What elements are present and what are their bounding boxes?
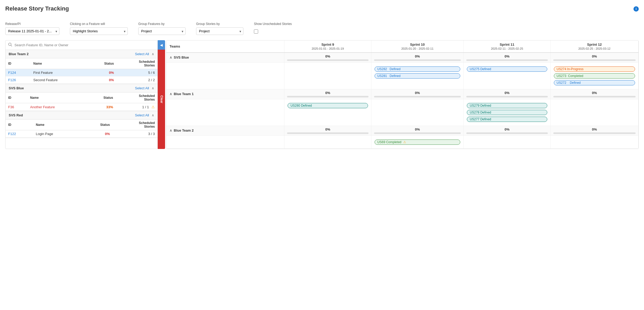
group-blue-team-2-actions: Select All ∧ [135,52,154,56]
sprint10-dates: 2025-01-20 - 2025-02-11 [375,47,461,50]
grid-table: Teams Sprint 9 2025-01-01 - 2025-01-19 S… [166,40,638,149]
blue-team-2-stories-row: US69 Completed ⚠ [166,136,638,149]
show-unscheduled-label: Show Unscheduled Stories [254,22,292,26]
filter-group-stories: Group Stories by Project ▾ [196,22,243,35]
blue-team-2-select-all[interactable]: Select All [135,52,149,56]
bt2-sprint9-stories [284,136,371,149]
story-tag-us279[interactable]: US279 Defined [467,103,547,108]
svs-blue-table-header: ID Name Status ScheduledStories [6,92,157,103]
story-tag-us278[interactable]: US278 Defined [467,110,547,115]
team-row-blue-team-2: ∧ Blue Team 2 0% 0% [166,126,638,136]
left-panel-container: Blue Team 2 Select All ∧ ID Name Status [5,40,165,149]
filter-unscheduled: Show Unscheduled Stories [254,22,292,34]
group-stories-select[interactable]: Project [196,27,243,35]
sprint12-dates: 2025-02-25 - 2025-03-12 [554,47,635,50]
bt1-sprint12-stories [550,99,638,126]
col-scheduled: ScheduledStories [116,58,157,69]
warn-tag-icon: ⚠ [403,140,406,144]
story-tag-us275[interactable]: US275 Defined [467,66,547,72]
bt1-sprint11-pct: 0% [464,89,550,99]
bt1-sprint11-stories: US279 Defined US278 Defined US277 Define… [464,99,550,126]
blue-team-1-collapse-icon[interactable]: ∧ [170,92,172,96]
col-sprint11: Sprint 11 2025-02-11 - 2025-02-25 [464,40,550,53]
svs-blue-collapse-icon[interactable]: ∧ [152,86,154,90]
svs-red-collapse-icon[interactable]: ∧ [152,113,154,117]
group-stories-label: Group Stories by [196,22,243,26]
bt1-sprint9-stories: US280 Defined [284,99,371,126]
svs-blue-grid-collapse-icon[interactable]: ∧ [170,55,172,59]
table-row[interactable]: F126 Second Feature 0% 2 / 2 [6,76,157,84]
filter-clicking-feature: Clicking on a Feature will Highlight Sto… [70,22,128,35]
svs-red-table: ID Name Status ScheduledStories F122 Log… [6,120,157,138]
clicking-feature-select[interactable]: Highlight Stories [70,27,128,35]
svs-blue-select-all[interactable]: Select All [135,86,149,90]
group-svs-blue-header: SVS Blue Select All ∧ [6,84,157,92]
right-panel: Teams Sprint 9 2025-01-01 - 2025-01-19 S… [166,40,639,149]
release-pi-select[interactable]: Release 11 2025-01-01 - 2... [5,27,59,35]
team-row-blue-team-1: ∧ Blue Team 1 0% 0% [166,89,638,99]
story-tag-us281[interactable]: US281 Defined [375,73,461,79]
blue-team-2-collapse-icon[interactable]: ∧ [152,52,154,56]
story-tag-us282[interactable]: US282 Defined [375,66,461,72]
col-sprint12: Sprint 12 2025-02-25 - 2025-03-12 [550,40,638,53]
filter-release-pi: Release/PI Release 11 2025-01-01 - 2... … [5,22,59,35]
sprint12-tags: US274 In-Progress US273 Completed US272 … [553,64,636,87]
release-pi-wrapper: Release 11 2025-01-01 - 2... ▾ [5,27,59,35]
svs-red-select-all[interactable]: Select All [135,113,149,117]
table-row[interactable]: F124 First Feature 0% 5 / 6 [6,69,157,76]
table-row[interactable]: F122 Login Page 0% 3 / 3 [6,130,157,138]
col-sprint10: Sprint 10 2025-01-20 - 2025-02-11 [371,40,464,53]
svs-blue-sprint11-stories: US275 Defined [464,63,550,89]
release-pi-label: Release/PI [5,22,59,26]
feature-id[interactable]: F126 [6,76,31,84]
feature-id[interactable]: F122 [6,130,33,138]
feature-status: 0% [88,76,116,84]
col-sprint9: Sprint 9 2025-01-01 - 2025-01-19 [284,40,371,53]
blue-team-2-collapse-icon[interactable]: ∧ [170,128,172,132]
blue-team-2-table-header: ID Name Status ScheduledStories [6,58,157,69]
bt2-sprint11-pct: 0% [464,126,550,136]
group-features-select[interactable]: Project [138,27,186,35]
clicking-feature-wrapper: Highlight Stories ▾ [70,27,128,35]
feature-scheduled: 2 / 2 [116,76,157,84]
group-blue-team-2-name: Blue Team 2 [9,52,29,56]
bt1-sprint9-pct: 0% [284,89,371,99]
table-row[interactable]: F36 Another Feature 33% 1 / 1 ⚠ [6,103,157,111]
show-unscheduled-checkbox[interactable] [254,29,258,34]
col-name: Name [31,58,88,69]
story-tag-us69[interactable]: US69 Completed ⚠ [375,140,461,145]
group-blue-team-2: Blue Team 2 Select All ∧ ID Name Status [6,50,157,84]
warn-icon: ⚠ [151,105,155,109]
filter-group-features: Group Features by Project ▾ [138,22,186,35]
story-tag-us277[interactable]: US277 Defined [467,117,547,122]
bt2-stories-team-col [166,136,284,149]
left-panel: Blue Team 2 Select All ∧ ID Name Status [5,40,158,149]
collapse-left-button[interactable]: ◀ [158,40,165,50]
blue-team-2-table: ID Name Status ScheduledStories F124 Fir… [6,58,157,84]
story-tag-us272[interactable]: US272 Defined [554,80,635,85]
feature-id[interactable]: F36 [6,103,27,111]
search-input[interactable] [14,43,155,47]
bt2-sprint10-pct: 0% [371,126,464,136]
feature-id[interactable]: F124 [6,69,31,76]
svs-blue-sprint12-stories: US274 In-Progress US273 Completed US272 … [550,63,638,89]
filters-row: Release/PI Release 11 2025-01-01 - 2... … [5,22,639,35]
story-tag-us274[interactable]: US274 In-Progress [554,66,635,72]
team-name-cell: ∧ SVS Blue [166,53,284,63]
col-teams: Teams [166,40,284,53]
sprint10-tags: US282 Defined US281 Defined [374,64,461,81]
team-row-svs-blue: ∧ SVS Blue 0% 0% 0% [166,53,638,63]
col-id: ID [6,58,31,69]
feature-name: Another Feature [27,103,86,111]
story-tag-us280[interactable]: US280 Defined [288,103,368,108]
bt2-sprint11-stories [464,136,550,149]
clear-button[interactable]: Clear [158,50,165,149]
svs-red-table-header: ID Name Status ScheduledStories [6,120,157,130]
team-name-blue-team-2: Blue Team 2 [174,128,194,132]
group-svs-red: SVS Red Select All ∧ ID Name Status [6,111,157,138]
feature-scheduled: 5 / 6 [116,69,157,76]
story-tag-us273[interactable]: US273 Completed [554,73,635,79]
team-name-svs-blue: SVS Blue [174,55,189,59]
page-title: Release Story Tracking [5,5,69,12]
info-icon[interactable]: i [633,6,639,12]
